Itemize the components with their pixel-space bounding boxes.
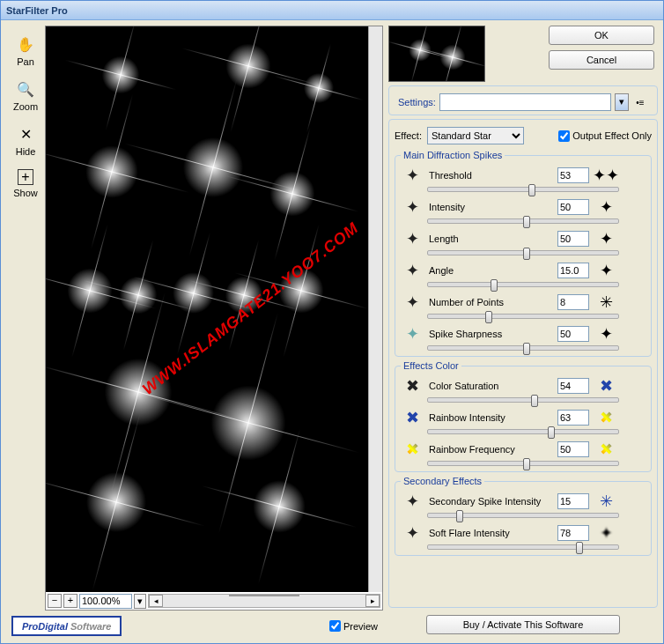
rainbow-freq-high-icon: ✖ xyxy=(594,438,617,461)
threshold-high-icon: ✦✦ xyxy=(594,164,617,187)
length-low-icon: ✦ xyxy=(401,227,424,250)
preview-checkbox-input[interactable] xyxy=(329,620,341,632)
group-main-title: Main Diffraction Spikes xyxy=(401,150,505,160)
length-input[interactable] xyxy=(557,231,589,247)
effect-label: Effect: xyxy=(395,130,422,141)
output-only-checkbox[interactable]: Output Effect Only xyxy=(558,130,652,142)
rainbow-freq-low-icon: ✖ xyxy=(401,438,424,461)
rainbow-int-input[interactable] xyxy=(557,410,589,426)
settings-dropdown-button[interactable]: ▾ xyxy=(615,93,629,111)
soft-flare-slider[interactable] xyxy=(427,544,619,550)
sec-spike-high-icon: ✳ xyxy=(594,490,617,513)
scroll-right-button[interactable]: ▸ xyxy=(365,595,380,607)
preview-horizontal-scrollbar[interactable]: ◂ ▸ xyxy=(148,594,380,608)
plus-box-icon: + xyxy=(18,169,33,185)
effect-select[interactable]: Standard Star xyxy=(427,127,524,144)
preview-vertical-scrollbar[interactable] xyxy=(368,26,382,592)
preview-checkbox[interactable]: Preview xyxy=(329,620,378,632)
preview-pane: WWW.ISLAMGATE21.YOO7.COM − + ▾ ◂ ▸ xyxy=(45,26,383,611)
title-bar[interactable]: StarFilter Pro xyxy=(1,1,663,20)
zoom-in-button[interactable]: + xyxy=(63,594,77,608)
group-secondary: Secondary Effects ✦Secondary Spike Inten… xyxy=(395,476,652,556)
group-main-spikes: Main Diffraction Spikes ✦Threshold✦✦ ✦In… xyxy=(395,150,652,357)
group-color-title: Effects Color xyxy=(401,360,461,371)
x-icon: ✕ xyxy=(16,124,35,144)
intensity-slider[interactable] xyxy=(427,218,619,224)
sec-spike-slider[interactable] xyxy=(427,513,619,518)
soft-flare-high-icon: ✦ xyxy=(594,522,617,544)
intensity-input[interactable] xyxy=(557,199,589,215)
points-input[interactable] xyxy=(557,294,589,310)
settings-menu-button[interactable]: •≡ xyxy=(632,98,648,107)
sec-spike-input[interactable] xyxy=(557,493,589,509)
length-high-icon: ✦ xyxy=(594,227,617,250)
app-window: StarFilter Pro ✋ Pan 🔍 Zoom ✕ Hide xyxy=(0,0,664,644)
rainbow-freq-input[interactable] xyxy=(557,441,589,457)
angle-slider[interactable] xyxy=(427,282,619,287)
angle-high-icon: ✦ xyxy=(594,259,617,282)
saturation-low-icon: ✖ xyxy=(401,374,424,397)
rainbow-int-slider[interactable] xyxy=(427,429,619,434)
output-only-checkbox-input[interactable] xyxy=(558,130,570,142)
left-toolbar: ✋ Pan 🔍 Zoom ✕ Hide + Show xyxy=(6,26,45,612)
tool-hide[interactable]: ✕ Hide xyxy=(16,124,36,157)
zoom-out-button[interactable]: − xyxy=(48,594,62,608)
rainbow-int-low-icon: ✖ xyxy=(401,406,424,429)
threshold-slider[interactable] xyxy=(427,187,619,192)
scroll-thumb[interactable] xyxy=(229,595,299,596)
sharpness-low-icon: ✦ xyxy=(401,322,424,345)
saturation-high-icon: ✖ xyxy=(594,374,617,397)
threshold-low-icon: ✦ xyxy=(401,164,424,187)
points-high-icon: ✳ xyxy=(594,291,617,314)
group-effects-color: Effects Color ✖Color Saturation✖ ✖Rainbo… xyxy=(395,360,652,472)
angle-input[interactable] xyxy=(557,263,589,278)
points-slider[interactable] xyxy=(427,314,619,319)
zoom-bar: − + ▾ ◂ ▸ xyxy=(46,592,382,610)
scroll-left-button[interactable]: ◂ xyxy=(149,595,163,607)
zoom-value-input[interactable] xyxy=(79,594,132,609)
intensity-high-icon: ✦ xyxy=(594,196,617,218)
settings-select[interactable] xyxy=(439,93,611,111)
saturation-input[interactable] xyxy=(557,378,589,394)
sec-spike-low-icon: ✦ xyxy=(401,490,424,513)
sharpness-input[interactable] xyxy=(557,326,589,342)
points-low-icon: ✦ xyxy=(401,291,424,314)
angle-low-icon: ✦ xyxy=(401,259,424,282)
tool-show[interactable]: + Show xyxy=(13,169,38,198)
sharpness-slider[interactable] xyxy=(427,345,619,351)
rainbow-freq-slider[interactable] xyxy=(427,461,619,466)
hand-icon: ✋ xyxy=(16,34,35,54)
settings-label: Settings: xyxy=(398,97,436,107)
sharpness-high-icon: ✦ xyxy=(594,322,617,345)
preview-image[interactable]: WWW.ISLAMGATE21.YOO7.COM xyxy=(46,26,368,592)
ok-button[interactable]: OK xyxy=(549,26,654,45)
group-secondary-title: Secondary Effects xyxy=(401,476,484,486)
zoom-dropdown-button[interactable]: ▾ xyxy=(134,594,146,609)
intensity-low-icon: ✦ xyxy=(401,196,424,218)
rainbow-int-high-icon: ✖ xyxy=(594,406,617,429)
effect-thumbnail xyxy=(388,26,485,82)
soft-flare-low-icon: ✦ xyxy=(401,522,424,544)
soft-flare-input[interactable] xyxy=(557,525,589,541)
cancel-button[interactable]: Cancel xyxy=(549,50,654,70)
length-slider[interactable] xyxy=(427,250,619,255)
tool-pan[interactable]: ✋ Pan xyxy=(16,34,35,67)
threshold-input[interactable] xyxy=(557,167,589,183)
tool-zoom[interactable]: 🔍 Zoom xyxy=(13,79,38,112)
saturation-slider[interactable] xyxy=(427,397,619,403)
magnifier-icon: 🔍 xyxy=(16,79,35,99)
vendor-logo: ProDigital Software xyxy=(11,616,122,636)
window-title: StarFilter Pro xyxy=(6,5,68,16)
buy-activate-button[interactable]: Buy / Activate This Software xyxy=(426,615,620,634)
